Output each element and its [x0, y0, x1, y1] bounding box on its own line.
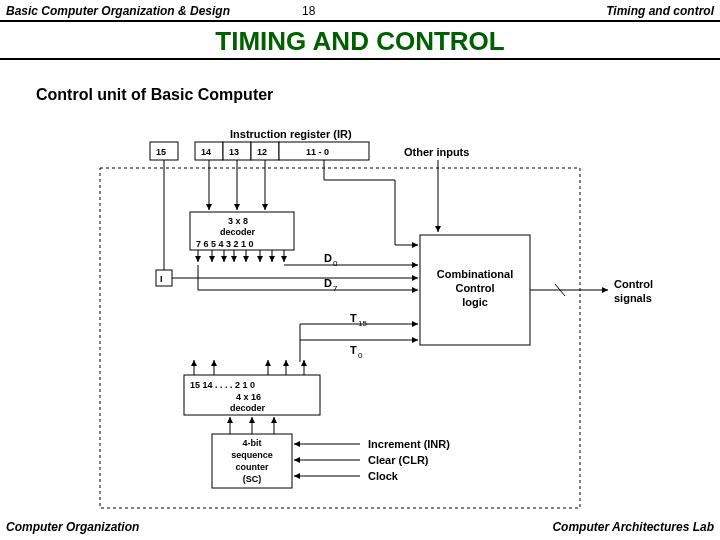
svg-text:D: D — [324, 252, 332, 264]
clock-label: Clock — [368, 470, 399, 482]
svg-text:7  6 5 4 3  2 1 0: 7 6 5 4 3 2 1 0 — [196, 239, 254, 249]
ir-label: Instruction register (IR) — [230, 128, 352, 140]
svg-text:0: 0 — [358, 351, 363, 360]
svg-text:15: 15 — [156, 147, 166, 157]
svg-text:12: 12 — [257, 147, 267, 157]
svg-text:counter: counter — [235, 462, 269, 472]
control-signals-l1: Control — [614, 278, 653, 290]
svg-text:4 x 16: 4 x 16 — [236, 392, 261, 402]
svg-text:14: 14 — [201, 147, 211, 157]
other-inputs-label: Other inputs — [404, 146, 469, 158]
svg-text:0: 0 — [333, 259, 338, 268]
svg-text:decoder: decoder — [230, 403, 266, 413]
svg-text:D: D — [324, 277, 332, 289]
svg-text:15  14  . . . .   2  1  0: 15 14 . . . . 2 1 0 — [190, 380, 255, 390]
svg-text:Combinational: Combinational — [437, 268, 513, 280]
svg-text:logic: logic — [462, 296, 488, 308]
svg-text:T: T — [350, 344, 357, 356]
svg-rect-39 — [156, 270, 172, 286]
svg-text:11 - 0: 11 - 0 — [306, 147, 329, 157]
clr-label: Clear (CLR) — [368, 454, 429, 466]
svg-text:15: 15 — [358, 319, 367, 328]
svg-text:(SC): (SC) — [243, 474, 262, 484]
svg-text:Control: Control — [455, 282, 494, 294]
svg-text:T: T — [350, 312, 357, 324]
svg-text:3 x 8: 3 x 8 — [228, 216, 248, 226]
control-signals-l2: signals — [614, 292, 652, 304]
svg-text:sequence: sequence — [231, 450, 273, 460]
svg-text:13: 13 — [229, 147, 239, 157]
svg-text:decoder: decoder — [220, 227, 256, 237]
svg-text:4-bit: 4-bit — [243, 438, 262, 448]
i-flag: I — [160, 274, 163, 284]
diagram-svg: Instruction register (IR) 15 14 13 12 11… — [0, 0, 720, 540]
inr-label: Increment (INR) — [368, 438, 450, 450]
svg-text:7: 7 — [333, 284, 338, 293]
